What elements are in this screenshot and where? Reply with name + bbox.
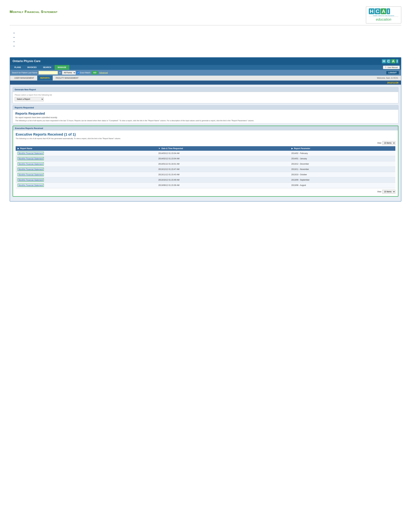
view-select-top[interactable]: 10 Items 25 Items 50 Items <box>382 141 395 145</box>
sub-tab-facility-management[interactable]: FACILITY MANAGEMENT <box>53 76 82 80</box>
org-name: Ontario Physio Care <box>13 59 40 63</box>
reports-requested-title: Reports Requested <box>13 105 398 110</box>
logo-subtitle: Health Claims for Auto Insurance <box>369 15 398 17</box>
report-param-cell: 2013/11 - November <box>290 167 395 172</box>
col-report-name-label: Report Name <box>20 147 32 150</box>
tab-search[interactable]: SEARCH <box>40 65 54 70</box>
report-name-cell: Monthly Financial Statement <box>16 177 156 182</box>
app-logo-c: C <box>386 59 391 63</box>
executive-reports-title: Executive Reports Received <box>13 126 398 130</box>
report-name-cell: Monthly Financial Statement <box>16 161 156 167</box>
search-in-label: in <box>59 72 61 74</box>
current-date: 2012/11/28 <box>387 81 398 84</box>
top-view-row: View 10 Items 25 Items 50 Items <box>16 141 395 145</box>
reports-requested-section: Reports Requested Reports Requested No r… <box>13 105 398 124</box>
report-name-link[interactable]: Monthly Financial Statement <box>18 173 44 176</box>
view-select-bottom[interactable]: 10 Items 25 Items 50 Items <box>382 190 395 194</box>
report-name-link[interactable]: Monthly Financial Statement <box>18 184 44 187</box>
tab-manage[interactable]: MANAGE <box>55 65 69 70</box>
app-logo: H C A I <box>382 59 398 63</box>
page-title-area: Monthly Financial Statement <box>10 6 57 14</box>
table-header: ▶ Report Name ▼ Date & Time Requested ▶ … <box>16 146 395 151</box>
sub-tab-reports[interactable]: REPORTS <box>37 76 53 80</box>
search-input[interactable] <box>38 71 58 75</box>
table-row: Monthly Financial Statement2013/11/12 01… <box>16 172 395 177</box>
logo-c: C <box>375 8 380 14</box>
bullet-1 <box>16 32 401 34</box>
user-manual-button[interactable]: ? - User Manual <box>383 66 400 69</box>
date-time-cell: 2013/11/12 01:15:43 AM <box>156 172 289 177</box>
report-name-link[interactable]: Monthly Financial Statement <box>18 162 44 166</box>
report-name-cell: Monthly Financial Statement <box>16 172 156 177</box>
sort-arrow-name: ▶ <box>18 147 19 150</box>
generate-report-title: Generate New Report <box>13 87 398 92</box>
report-name-link[interactable]: Monthly Financial Statement <box>18 178 44 181</box>
date-bar: 2012/11/28 <box>10 81 401 85</box>
go-button[interactable]: GO <box>92 71 98 75</box>
report-param-cell: 2014/01 - January <box>290 156 395 161</box>
date-time-cell: 2014/03/12 01:15:04 AM <box>156 151 289 156</box>
reports-requested-body: Reports Requested No report requests hav… <box>13 110 398 124</box>
main-content: Generate New Report Please select a repo… <box>10 85 401 201</box>
logo-h: H <box>369 8 374 14</box>
table-body: Monthly Financial Statement2014/03/12 01… <box>16 151 395 188</box>
app-logo-i: I <box>396 59 398 63</box>
tab-plans[interactable]: PLANS <box>11 65 24 70</box>
col-report-param[interactable]: ▶ Report Parameter <box>290 146 395 151</box>
date-time-cell: 2013/12/12 01:15:47 AM <box>156 167 289 172</box>
bullet-2 <box>16 36 401 38</box>
report-param-cell: 2013/09 - September <box>290 177 395 182</box>
report-param-cell: 2013/10 - October <box>290 172 395 177</box>
hcai-logo: H C A I Health Claims for Auto Insurance… <box>366 6 401 24</box>
executive-reports-table: ▶ Report Name ▼ Date & Time Requested ▶ … <box>16 146 395 188</box>
report-select-row: Select a Report <box>15 97 396 101</box>
table-row: Monthly Financial Statement2014/03/12 01… <box>16 151 395 156</box>
report-name-cell: Monthly Financial Statement <box>16 182 156 188</box>
executive-reports-section: Executive Reports Received Executive Rep… <box>13 126 398 197</box>
app-header: Ontario Physio Care H C A I <box>10 57 401 65</box>
date-time-cell: 2014/02/12 01:15:04 AM <box>156 156 289 161</box>
report-param-cell: 2014/02 - February <box>290 151 395 156</box>
sort-arrow-date: ▼ <box>158 147 160 150</box>
table-row: Monthly Financial Statement2013/12/12 01… <box>16 167 395 172</box>
date-time-cell: 2013/10/12 01:15:49 AM <box>156 177 289 182</box>
form-type-select[interactable]: All Forms <box>62 71 76 75</box>
col-report-param-label: Report Parameter <box>294 147 310 150</box>
date-time-cell: 2013/09/12 01:15:36 AM <box>156 182 289 188</box>
exact-match-checkbox[interactable] <box>77 72 79 74</box>
report-param-cell: 2013/12 - December <box>290 161 395 167</box>
executive-reports-heading: Executive Reports Received (1 of 1) <box>16 132 395 137</box>
executive-reports-body: Executive Reports Received (1 of 1) The … <box>13 130 398 196</box>
page-title: Monthly Financial Statement <box>10 10 57 14</box>
col-date-time-label: Date & Time Requested <box>161 147 183 150</box>
report-name-cell: Monthly Financial Statement <box>16 156 156 161</box>
view-label-bottom: View <box>377 190 381 193</box>
table-header-row: ▶ Report Name ▼ Date & Time Requested ▶ … <box>16 146 395 151</box>
logout-button[interactable]: LOGOUT <box>386 71 399 75</box>
table-row: Monthly Financial Statement2014/01/12 01… <box>16 161 395 167</box>
report-type-dropdown[interactable]: Select a Report <box>15 97 44 101</box>
bullet-3 <box>16 40 401 43</box>
app-logo-a: A <box>391 59 395 63</box>
table-row: Monthly Financial Statement2013/09/12 01… <box>16 182 395 188</box>
report-name-link[interactable]: Monthly Financial Statement <box>18 157 44 160</box>
tab-invoices[interactable]: INVOICES <box>24 65 40 70</box>
logo-education: education <box>369 17 398 22</box>
reports-requested-heading: Reports Requested <box>15 112 396 115</box>
page-header: Monthly Financial Statement H C A I Heal… <box>0 0 411 25</box>
sub-tab-user-management[interactable]: USER MANAGEMENT <box>11 76 37 80</box>
sort-arrow-param: ▶ <box>291 147 293 150</box>
generate-report-body: Please select a report from the followin… <box>13 92 398 103</box>
col-date-time[interactable]: ▼ Date & Time Requested <box>156 146 289 151</box>
advanced-link[interactable]: Advanced <box>99 72 108 74</box>
header-divider <box>10 25 401 25</box>
generate-report-section: Generate New Report Please select a repo… <box>13 87 398 103</box>
table-row: Monthly Financial Statement2013/10/12 01… <box>16 177 395 182</box>
search-label: Search for Patient Last Name <box>12 72 37 74</box>
view-label-top: View <box>377 142 381 144</box>
report-name-link[interactable]: Monthly Financial Statement <box>18 152 44 155</box>
col-report-name[interactable]: ▶ Report Name <box>16 146 156 151</box>
bullets-section <box>0 28 411 52</box>
report-name-link[interactable]: Monthly Financial Statement <box>18 168 44 171</box>
sub-nav: USER MANAGEMENT REPORTS FACILITY MANAGEM… <box>10 76 401 81</box>
